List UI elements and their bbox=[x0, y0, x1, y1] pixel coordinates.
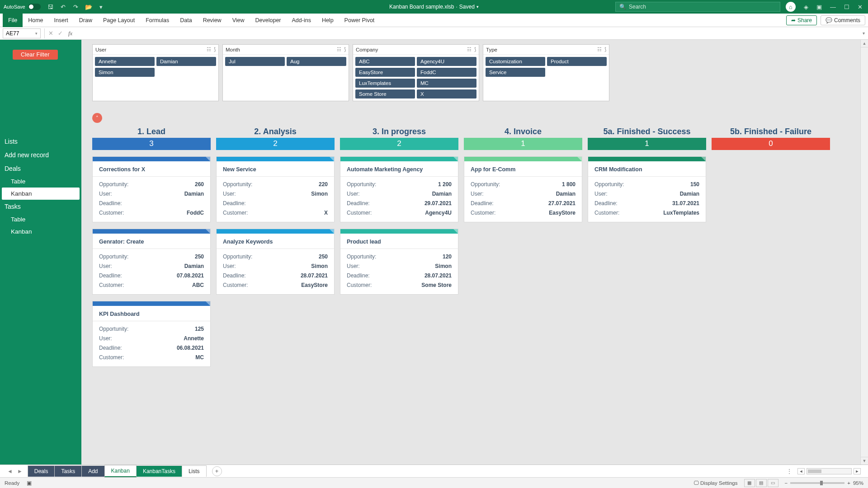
sheet-next-icon[interactable]: ► bbox=[17, 468, 23, 474]
slicer-chip[interactable]: LuxTemplates bbox=[355, 79, 415, 88]
ribbon-tab-file[interactable]: File bbox=[3, 14, 23, 27]
kanban-card[interactable]: Analyze KeywordsOpportunity:250User:Simo… bbox=[216, 229, 335, 295]
ribbon-tab-addins[interactable]: Add-ins bbox=[287, 14, 316, 27]
kanban-card[interactable]: Automate Marketing AgencyOpportunity:1 2… bbox=[340, 156, 458, 222]
cancel-formula-icon[interactable]: ✕ bbox=[48, 30, 53, 37]
clear-filter-button[interactable]: Clear Filter bbox=[13, 50, 58, 60]
formula-input[interactable] bbox=[72, 28, 848, 38]
view-normal-icon[interactable]: ▦ bbox=[744, 479, 755, 487]
nav-lists[interactable]: Lists bbox=[0, 135, 81, 148]
slicer-chip[interactable]: Product bbox=[547, 57, 607, 66]
slicer-chip[interactable]: FoddC bbox=[417, 68, 476, 77]
autosave-toggle[interactable] bbox=[28, 4, 41, 10]
fx-icon[interactable]: fx bbox=[68, 30, 72, 37]
view-page-break-icon[interactable]: ▭ bbox=[768, 479, 778, 487]
slicer-chip[interactable]: Some Store bbox=[355, 89, 415, 99]
ribbon-tab-page-layout[interactable]: Page Layout bbox=[98, 14, 140, 27]
slicer-chip[interactable]: Service bbox=[486, 68, 545, 77]
enter-formula-icon[interactable]: ✓ bbox=[58, 30, 63, 37]
ribbon-display-icon[interactable]: ▣ bbox=[816, 4, 822, 10]
ribbon-tab-home[interactable]: Home bbox=[23, 14, 48, 27]
ribbon-tab-data[interactable]: Data bbox=[175, 14, 197, 27]
share-button[interactable]: ➦Share bbox=[786, 15, 817, 25]
kanban-card[interactable]: Genrator: CreateOpportunity:250User:Dami… bbox=[92, 229, 211, 295]
clear-slicer-icon[interactable]: ⟆ bbox=[214, 47, 216, 52]
slicer-chip[interactable]: ABC bbox=[355, 57, 415, 66]
redo-icon[interactable]: ↷ bbox=[72, 3, 80, 10]
sheet-tab-deals[interactable]: Deals bbox=[28, 465, 55, 477]
zoom-out-icon[interactable]: − bbox=[785, 480, 788, 486]
multiselect-icon[interactable]: ☷ bbox=[207, 47, 211, 52]
undo-icon[interactable]: ↶ bbox=[60, 3, 67, 10]
ribbon-tab-formulas[interactable]: Formulas bbox=[140, 14, 175, 27]
hscroll-right-icon[interactable]: ► bbox=[854, 468, 861, 474]
slicer-chip[interactable]: EasyStore bbox=[355, 68, 415, 77]
sheet-tab-kanban[interactable]: Kanban bbox=[104, 465, 137, 477]
clear-slicer-icon[interactable]: ⟆ bbox=[604, 47, 606, 52]
vertical-scrollbar[interactable]: ▲ ▼ bbox=[860, 40, 868, 465]
kanban-card[interactable]: Corrections for XOpportunity:260User:Dam… bbox=[92, 156, 211, 222]
user-avatar[interactable]: ⌂ bbox=[786, 2, 796, 12]
open-icon[interactable]: 📂 bbox=[85, 3, 92, 10]
slicer-chip[interactable]: Jul bbox=[225, 57, 285, 66]
sheet-tab-lists[interactable]: Lists bbox=[182, 465, 207, 477]
view-page-layout-icon[interactable]: ▤ bbox=[756, 479, 767, 487]
slicer-chip[interactable]: Simon bbox=[95, 68, 155, 77]
clear-slicer-icon[interactable]: ⟆ bbox=[474, 47, 476, 52]
scroll-down-icon[interactable]: ▼ bbox=[861, 457, 868, 465]
sheet-tab-tasks[interactable]: Tasks bbox=[54, 465, 82, 477]
multiselect-icon[interactable]: ☷ bbox=[467, 47, 472, 52]
slicer-chip[interactable]: Aug bbox=[287, 57, 346, 66]
search-input[interactable]: 🔍 Search bbox=[615, 2, 780, 12]
slicer-chip[interactable]: Agency4U bbox=[417, 57, 476, 66]
display-settings[interactable]: 🖵 Display Settings bbox=[693, 480, 738, 486]
add-sheet-button[interactable]: + bbox=[212, 466, 222, 476]
ribbon-tab-power-pivot[interactable]: Power Pivot bbox=[339, 14, 380, 27]
kanban-card[interactable]: CRM ModificationOpportunity:150User:Dami… bbox=[588, 156, 706, 222]
slicer-chip[interactable]: Damian bbox=[156, 57, 216, 66]
slicer-chip[interactable]: Customization bbox=[486, 57, 545, 66]
sheet-prev-icon[interactable]: ◄ bbox=[7, 468, 13, 474]
name-box[interactable]: AE77 bbox=[3, 28, 41, 38]
ribbon-tab-insert[interactable]: Insert bbox=[49, 14, 74, 27]
ribbon-tab-view[interactable]: View bbox=[227, 14, 250, 27]
sheet-tab-add[interactable]: Add bbox=[81, 465, 104, 477]
diamond-icon[interactable]: ◈ bbox=[804, 4, 808, 10]
clear-slicer-icon[interactable]: ⟆ bbox=[344, 47, 346, 52]
hscroll-track[interactable] bbox=[807, 468, 852, 474]
hscroll-left-icon[interactable]: ◄ bbox=[797, 468, 805, 474]
zoom-in-icon[interactable]: + bbox=[847, 480, 850, 486]
kanban-card[interactable]: Product leadOpportunity:120User:SimonDea… bbox=[340, 229, 458, 295]
zoom-control[interactable]: − + 95% bbox=[785, 480, 863, 486]
nav-deals[interactable]: Deals bbox=[0, 162, 81, 175]
expand-formula-bar-icon[interactable]: ▾ bbox=[859, 31, 868, 36]
horizontal-scrollbar[interactable]: ⋮ ◄ ► bbox=[787, 468, 861, 474]
nav-deals-table[interactable]: Table bbox=[0, 175, 81, 188]
macro-record-icon[interactable]: ▣ bbox=[27, 480, 32, 486]
ribbon-tab-review[interactable]: Review bbox=[198, 14, 227, 27]
close-icon[interactable]: ✕ bbox=[858, 4, 863, 10]
multiselect-icon[interactable]: ☷ bbox=[597, 47, 602, 52]
slicer-chip[interactable]: Annette bbox=[95, 57, 155, 66]
sheet-tab-kanbantasks[interactable]: KanbanTasks bbox=[136, 465, 182, 477]
kanban-card[interactable]: KPI DashboardOpportunity:125User:Annette… bbox=[92, 301, 211, 367]
scroll-up-icon[interactable]: ▲ bbox=[861, 40, 868, 47]
nav-tasks[interactable]: Tasks bbox=[0, 200, 81, 213]
nav-tasks-table[interactable]: Table bbox=[0, 213, 81, 225]
multiselect-icon[interactable]: ☷ bbox=[337, 47, 341, 52]
maximize-icon[interactable]: ☐ bbox=[844, 4, 849, 10]
slicer-chip[interactable]: MC bbox=[417, 79, 476, 88]
ribbon-tab-draw[interactable]: Draw bbox=[74, 14, 98, 27]
kanban-card[interactable]: New ServiceOpportunity:220User:SimonDead… bbox=[216, 156, 335, 222]
minimize-icon[interactable]: — bbox=[830, 4, 836, 10]
qat-dropdown-icon[interactable]: ▾ bbox=[98, 3, 105, 10]
nav-deals-kanban[interactable]: Kanban bbox=[2, 188, 80, 200]
zoom-slider[interactable] bbox=[790, 482, 844, 484]
nav-add-record[interactable]: Add new record bbox=[0, 148, 81, 162]
kanban-card[interactable]: App for E-CommOpportunity:1 800User:Dami… bbox=[464, 156, 582, 222]
ribbon-tab-help[interactable]: Help bbox=[316, 14, 339, 27]
collapse-circle-icon[interactable]: ˄ bbox=[92, 113, 102, 123]
comments-button[interactable]: 💬Comments bbox=[821, 15, 865, 25]
nav-tasks-kanban[interactable]: Kanban bbox=[0, 225, 81, 238]
ribbon-tab-developer[interactable]: Developer bbox=[250, 14, 287, 27]
